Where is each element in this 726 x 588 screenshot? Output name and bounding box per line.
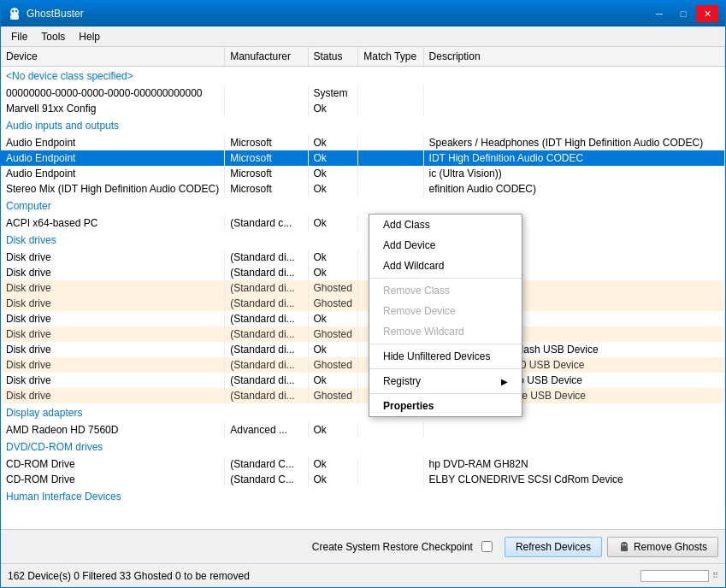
table-row[interactable]: Disk drive(Standard di...Ghosted bbox=[1, 326, 725, 342]
cell-manufacturer: (Standard di... bbox=[225, 250, 308, 265]
cell-device: Disk drive bbox=[1, 296, 225, 311]
cell-device: AMD Radeon HD 7560D bbox=[1, 422, 225, 438]
svg-point-6 bbox=[622, 544, 623, 545]
menu-tools[interactable]: Tools bbox=[34, 29, 72, 44]
table-row[interactable]: AMD Radeon HD 7560DAdvanced ...Ok bbox=[1, 422, 725, 438]
cell-device: CD-ROM Drive bbox=[1, 456, 225, 472]
cell-manufacturer: Microsoft bbox=[225, 150, 308, 166]
cell-status: Ok bbox=[308, 472, 358, 487]
minimize-button[interactable]: ─ bbox=[648, 5, 670, 22]
cell-status: Ok bbox=[308, 422, 358, 438]
maximize-button[interactable]: □ bbox=[672, 5, 694, 22]
ctx-item-label: Properties bbox=[383, 400, 434, 412]
cell-status: Ok bbox=[308, 150, 358, 166]
table-row[interactable]: ACPI x64-based PC(Standard c...Ok bbox=[1, 215, 725, 231]
table-row[interactable]: <No device class specified> bbox=[1, 67, 725, 86]
ctx-item-add-wildcard[interactable]: Add Wildcard bbox=[369, 256, 522, 276]
cell-matchtype bbox=[358, 181, 423, 197]
table-row[interactable]: Audio EndpointMicrosoftOkIDT High Defini… bbox=[1, 150, 725, 166]
ctx-item-hide-unfiltered-devices[interactable]: Hide Unfiltered Devices bbox=[369, 346, 522, 367]
status-text: 162 Device(s) 0 Filtered 33 Ghosted 0 to… bbox=[8, 570, 634, 582]
table-row[interactable]: Stereo Mix (IDT High Definition Audio CO… bbox=[1, 181, 725, 197]
app-icon bbox=[8, 7, 21, 21]
table-row[interactable]: Marvell 91xx ConfigOk bbox=[1, 101, 725, 116]
ctx-item-label: Add Device bbox=[383, 239, 435, 251]
title-bar: GhostBuster ─ □ ✕ bbox=[1, 1, 725, 26]
section-header-cell: Display adapters bbox=[1, 403, 725, 422]
ctx-item-properties[interactable]: Properties bbox=[369, 396, 522, 416]
table-row[interactable]: Disk drives bbox=[1, 231, 725, 250]
resize-grip: ⠿ bbox=[712, 571, 718, 580]
cell-device: Disk drive bbox=[1, 250, 225, 265]
close-button[interactable]: ✕ bbox=[696, 5, 718, 22]
table-row[interactable]: Disk drive(Standard di...GhostedIC25N080… bbox=[1, 357, 725, 373]
cell-matchtype bbox=[358, 166, 423, 181]
status-bar: 162 Device(s) 0 Filtered 33 Ghosted 0 to… bbox=[1, 563, 725, 587]
ctx-item-add-class[interactable]: Add Class bbox=[369, 215, 522, 235]
cell-status: Ghosted bbox=[308, 357, 358, 373]
cell-manufacturer: Advanced ... bbox=[225, 422, 308, 438]
table-row[interactable]: CD-ROM Drive(Standard C...Okhp DVD-RAM G… bbox=[1, 456, 725, 472]
col-header-matchtype: Match Type bbox=[358, 47, 423, 67]
submenu-arrow-icon: ▶ bbox=[501, 377, 508, 386]
cell-device: Disk drive bbox=[1, 280, 225, 296]
table-row[interactable]: Disk drive(Standard di...GhostedSanDisk … bbox=[1, 388, 725, 403]
table-row[interactable]: CD-ROM Drive(Standard C...OkELBY CLONEDR… bbox=[1, 472, 725, 487]
cell-status: Ghosted bbox=[308, 280, 358, 296]
restore-checkbox[interactable] bbox=[481, 541, 493, 552]
table-row[interactable]: Disk drive(Standard di...OkGeneric- MS/M… bbox=[1, 373, 725, 388]
section-header-cell: Human Interface Devices bbox=[1, 487, 725, 506]
cell-device: Audio Endpoint bbox=[1, 150, 225, 166]
cell-manufacturer: (Standard c... bbox=[225, 215, 308, 231]
cell-manufacturer: (Standard di... bbox=[225, 342, 308, 357]
table-row[interactable]: Audio inputs and outputs bbox=[1, 116, 725, 135]
section-header-cell: Disk drives bbox=[1, 231, 725, 250]
cell-description bbox=[423, 101, 724, 116]
col-header-status: Status bbox=[308, 47, 358, 67]
cell-matchtype bbox=[358, 101, 423, 116]
ctx-item-label: Add Class bbox=[383, 219, 430, 231]
cell-description: IDT High Definition Audio CODEC bbox=[423, 150, 724, 166]
cell-status: Ok bbox=[308, 265, 358, 280]
refresh-button[interactable]: Refresh Devices bbox=[505, 537, 602, 557]
table-row[interactable]: Disk drive(Standard di...Ok bbox=[1, 265, 725, 280]
table-row[interactable]: Disk drive(Standard di...Ok bbox=[1, 250, 725, 265]
cell-description bbox=[423, 422, 724, 438]
progress-bar bbox=[640, 570, 709, 582]
cell-manufacturer: (Standard di... bbox=[225, 388, 308, 403]
cell-device: Audio Endpoint bbox=[1, 135, 225, 150]
table-row[interactable]: Audio EndpointMicrosoftOkic (Ultra Visio… bbox=[1, 166, 725, 181]
bottom-bar: Create System Restore Checkpoint Refresh… bbox=[1, 529, 725, 563]
table-row[interactable]: Disk drive(Standard di...OkGeneric- Comp… bbox=[1, 342, 725, 357]
table-row[interactable]: Audio EndpointMicrosoftOkSpeakers / Head… bbox=[1, 135, 725, 150]
device-table-container[interactable]: Device Manufacturer Status Match Type De… bbox=[1, 47, 725, 529]
table-row[interactable]: 00000000-0000-0000-0000-000000000000Syst… bbox=[1, 85, 725, 101]
cell-description: ELBY CLONEDRIVE SCSI CdRom Device bbox=[423, 472, 724, 487]
remove-ghosts-button[interactable]: Remove Ghosts bbox=[607, 537, 718, 557]
menu-help[interactable]: Help bbox=[72, 29, 107, 44]
cell-status: Ok bbox=[308, 181, 358, 197]
table-row[interactable]: Disk drive(Standard di...Ghosted bbox=[1, 296, 725, 311]
cell-status: Ghosted bbox=[308, 296, 358, 311]
table-row[interactable]: Display adapters bbox=[1, 403, 725, 422]
table-row[interactable]: DVD/CD-ROM drives bbox=[1, 438, 725, 456]
ctx-item-add-device[interactable]: Add Device bbox=[369, 235, 522, 256]
cell-status: Ok bbox=[308, 456, 358, 472]
cell-status: Ok bbox=[308, 101, 358, 116]
svg-rect-1 bbox=[10, 15, 19, 20]
cell-manufacturer bbox=[225, 101, 308, 116]
cell-device: Disk drive bbox=[1, 311, 225, 326]
cell-description: ic (Ultra Vision)) bbox=[423, 166, 724, 181]
table-row[interactable]: Computer bbox=[1, 197, 725, 215]
menu-file[interactable]: File bbox=[4, 29, 34, 44]
cell-device: Disk drive bbox=[1, 373, 225, 388]
cell-description: efinition Audio CODEC) bbox=[423, 181, 724, 197]
cell-matchtype bbox=[358, 472, 423, 487]
svg-point-7 bbox=[624, 544, 626, 545]
cell-status: Ok bbox=[308, 250, 358, 265]
ctx-item-registry[interactable]: Registry▶ bbox=[369, 371, 522, 391]
window-title: GhostBuster bbox=[27, 8, 84, 20]
table-row[interactable]: Human Interface Devices bbox=[1, 487, 725, 506]
table-row[interactable]: Disk drive(Standard di...Ghosted bbox=[1, 280, 725, 296]
table-row[interactable]: Disk drive(Standard di...Ok bbox=[1, 311, 725, 326]
